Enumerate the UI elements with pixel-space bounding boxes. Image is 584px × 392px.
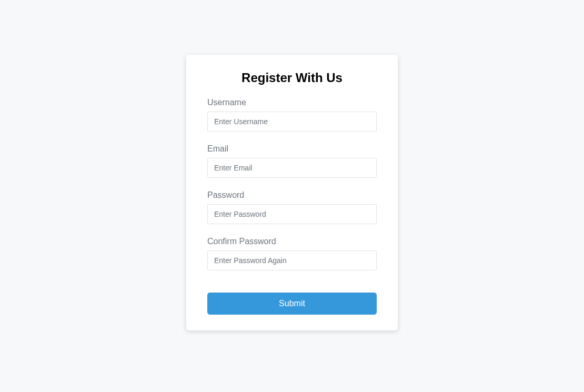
submit-button[interactable]: Submit [207,293,377,315]
email-input[interactable] [207,158,377,178]
password-input[interactable] [207,204,377,224]
username-input[interactable] [207,112,377,132]
username-field-group: Username [207,98,377,132]
username-label: Username [207,98,377,107]
email-label: Email [207,144,377,154]
form-title: Register With Us [207,71,377,85]
email-field-group: Email [207,144,377,178]
register-form: Username Email Password Confirm Password… [207,98,377,315]
register-form-container: Register With Us Username Email Password… [186,55,398,330]
confirm-password-label: Confirm Password [207,237,377,246]
password-label: Password [207,190,377,200]
password-field-group: Password [207,190,377,224]
confirm-password-field-group: Confirm Password [207,237,377,270]
confirm-password-input[interactable] [207,250,377,270]
